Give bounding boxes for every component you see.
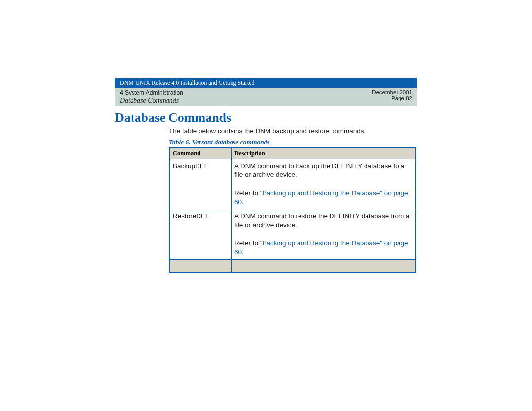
subheader-right: December 2001 Page 82 (372, 89, 412, 101)
desc-text: A DNM command to restore the DEFINITY da… (234, 212, 409, 229)
col-command: Command (169, 148, 232, 159)
table-row: RestoreDEF A DNM command to restore the … (169, 209, 416, 260)
doc-title: DNM-UNIX Release 4.0 Installation and Ge… (120, 79, 255, 86)
empty-cell (169, 260, 232, 273)
chapter-number: 4 (120, 89, 123, 96)
table-row: BackupDEF A DNM command to back up the D… (169, 159, 416, 209)
section-name: Database Commands (120, 97, 183, 104)
intro-text: The table below contains the DNM backup … (169, 127, 417, 135)
subheader-left: 4 System Administration Database Command… (120, 89, 183, 104)
table-header-row: Command Description (169, 148, 416, 159)
refer-link[interactable]: "Backing up and Restoring the Database" … (234, 189, 408, 206)
document-page: DNM-UNIX Release 4.0 Installation and Ge… (0, 0, 532, 273)
refer-suffix: . (242, 248, 244, 256)
doc-title-bar: DNM-UNIX Release 4.0 Installation and Ge… (115, 78, 417, 88)
page-subheader: 4 System Administration Database Command… (115, 88, 417, 106)
empty-cell (232, 260, 416, 273)
doc-page-number: Page 82 (372, 95, 412, 101)
col-description: Description (232, 148, 416, 159)
main-heading: Database Commands (115, 110, 417, 125)
cell-command: RestoreDEF (169, 209, 232, 260)
table-empty-row (169, 260, 416, 273)
refer-prefix: Refer to (234, 240, 260, 247)
cell-description: A DNM command to restore the DEFINITY da… (232, 209, 416, 260)
refer-prefix: Refer to (234, 189, 260, 197)
chapter-line: 4 System Administration (120, 89, 183, 96)
table-caption: Table 6. Versant database commands (169, 138, 417, 146)
refer-suffix: . (242, 198, 244, 206)
cell-command: BackupDEF (169, 159, 232, 209)
chapter-title: System Administration (123, 89, 183, 96)
doc-date: December 2001 (372, 89, 412, 95)
commands-table: Command Description BackupDEF A DNM comm… (169, 147, 416, 273)
cell-description: A DNM command to back up the DEFINITY da… (232, 159, 416, 209)
refer-link[interactable]: "Backing up and Restoring the Database" … (234, 240, 408, 256)
desc-text: A DNM command to back up the DEFINITY da… (234, 162, 404, 178)
